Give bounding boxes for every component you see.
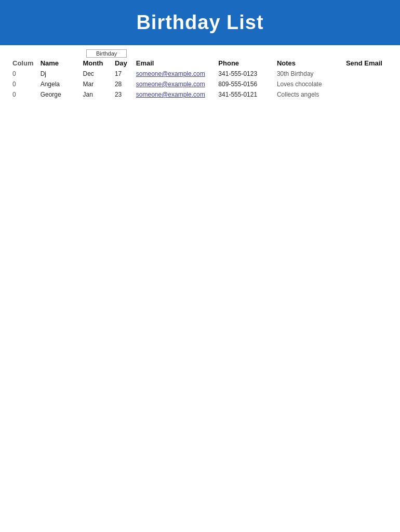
table-row: 0AngelaMar28someone@example.com809-555-0… bbox=[9, 79, 391, 89]
th-send-email: Send Email bbox=[343, 58, 391, 69]
header-banner: Birthday List bbox=[0, 0, 400, 45]
email-link[interactable]: someone@example.com bbox=[136, 81, 205, 88]
cell-day: 23 bbox=[112, 89, 133, 100]
cell-phone: 341-555-0123 bbox=[215, 69, 274, 79]
cell-send-email bbox=[343, 69, 391, 79]
cell-send-email bbox=[343, 79, 391, 89]
cell-month: Dec bbox=[80, 69, 112, 79]
cell-notes: Collects angels bbox=[274, 89, 343, 100]
cell-day: 28 bbox=[112, 79, 133, 89]
th-column: Colum bbox=[9, 58, 37, 69]
birthday-table: Colum Name Month Day Email Phone Notes S… bbox=[9, 58, 391, 100]
table-row: 0GeorgeJan23someone@example.com341-555-0… bbox=[9, 89, 391, 100]
email-link[interactable]: someone@example.com bbox=[136, 91, 205, 98]
cell-month: Jan bbox=[80, 89, 112, 100]
cell-col-index: 0 bbox=[9, 69, 37, 79]
table-row: 0DjDec17someone@example.com341-555-01233… bbox=[9, 69, 391, 79]
cell-month: Mar bbox=[80, 79, 112, 89]
cell-email[interactable]: someone@example.com bbox=[133, 69, 216, 79]
th-phone: Phone bbox=[215, 58, 274, 69]
cell-col-index: 0 bbox=[9, 89, 37, 100]
th-name: Name bbox=[37, 58, 80, 69]
page-title: Birthday List bbox=[136, 11, 263, 33]
birthday-group-label: Birthday bbox=[86, 49, 127, 58]
th-month: Month bbox=[80, 58, 112, 69]
cell-name: George bbox=[37, 89, 80, 100]
th-notes: Notes bbox=[274, 58, 343, 69]
th-email: Email bbox=[133, 58, 216, 69]
th-day: Day bbox=[112, 58, 133, 69]
cell-day: 17 bbox=[112, 69, 133, 79]
cell-email[interactable]: someone@example.com bbox=[133, 79, 216, 89]
cell-notes: Loves chocolate bbox=[274, 79, 343, 89]
cell-name: Dj bbox=[37, 69, 80, 79]
cell-email[interactable]: someone@example.com bbox=[133, 89, 216, 100]
cell-name: Angela bbox=[37, 79, 80, 89]
cell-phone: 809-555-0156 bbox=[215, 79, 274, 89]
email-link[interactable]: someone@example.com bbox=[136, 70, 205, 77]
birthday-group-header: Birthday bbox=[9, 49, 391, 58]
cell-notes: 30th Birthday bbox=[274, 69, 343, 79]
table-section: Birthday Colum Name Month Day Email Phon… bbox=[0, 45, 400, 100]
cell-col-index: 0 bbox=[9, 79, 37, 89]
cell-send-email bbox=[343, 89, 391, 100]
cell-phone: 341-555-0121 bbox=[215, 89, 274, 100]
table-header-row: Colum Name Month Day Email Phone Notes S… bbox=[9, 58, 391, 69]
